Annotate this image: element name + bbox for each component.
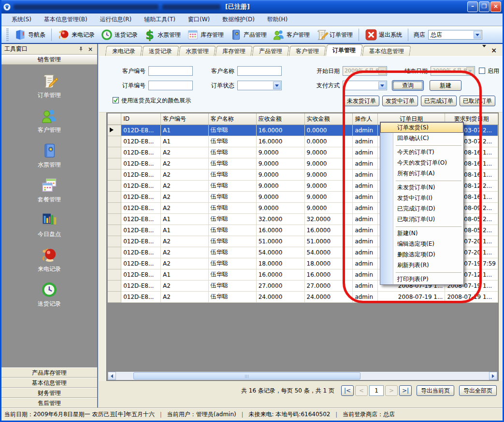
sidebar-section[interactable]: 财务管理 bbox=[1, 388, 97, 398]
sidebar-item[interactable]: 送货记录 bbox=[38, 281, 61, 308]
context-menu-item[interactable]: 未发货订单(N) bbox=[380, 182, 463, 193]
col-received[interactable]: 实收金额 bbox=[304, 113, 353, 125]
menu-item[interactable]: 数据维护(D) bbox=[216, 14, 261, 26]
toolbar-button[interactable] bbox=[51, 28, 52, 41]
context-menu-item[interactable] bbox=[380, 143, 463, 147]
enable-date-checkbox[interactable] bbox=[479, 68, 485, 74]
close-button[interactable]: × bbox=[490, 1, 501, 12]
chevron-down-icon[interactable] bbox=[474, 31, 481, 39]
first-page-button[interactable]: |< bbox=[341, 385, 354, 396]
sidebar-section[interactable]: 售后管理 bbox=[1, 398, 97, 408]
toolbar-button[interactable] bbox=[359, 28, 359, 41]
prev-page-button[interactable]: < bbox=[355, 385, 368, 396]
toolbar-button[interactable]: 退出系统 bbox=[362, 28, 404, 42]
delivery-color-checkbox[interactable] bbox=[113, 97, 119, 103]
export-all-pages-button[interactable]: 导出全部页 bbox=[459, 385, 497, 396]
sidebar-item[interactable]: 今日盘点 bbox=[38, 211, 61, 239]
last-page-button[interactable]: >| bbox=[399, 385, 412, 396]
table-row[interactable]: 012D-E8... A2 伍华聪 24.0000 24.0000 admin … bbox=[108, 291, 498, 302]
context-menu-item[interactable]: 今天的发货订单(O) bbox=[380, 157, 463, 168]
pin-icon[interactable] bbox=[77, 45, 85, 53]
toolbar-button[interactable] bbox=[408, 28, 408, 41]
context-menu-item[interactable]: 已取消订单(U) bbox=[380, 214, 463, 225]
context-menu-item[interactable]: 编辑选定项(E) bbox=[380, 239, 463, 249]
document-tab[interactable]: 水票管理 bbox=[179, 46, 216, 56]
context-menu-item[interactable]: 打印列表(P) bbox=[380, 274, 463, 284]
menu-item[interactable]: 帮助(H) bbox=[261, 14, 294, 26]
export-current-page-button[interactable]: 导出当前页 bbox=[417, 385, 454, 396]
document-tab[interactable]: 客户管理 bbox=[289, 46, 326, 56]
sidebar-section[interactable]: 产品库存管理 bbox=[1, 367, 97, 378]
toolbar-button[interactable]: 导航条 bbox=[12, 28, 48, 42]
chevron-down-icon[interactable] bbox=[378, 67, 386, 75]
context-menu-item[interactable] bbox=[380, 270, 463, 274]
order-status-filter-button[interactable]: 已取消订单 bbox=[460, 96, 495, 106]
order-status-filter-button[interactable]: 发货中订单 bbox=[382, 96, 418, 106]
sidebar-item[interactable]: 水票管理 bbox=[38, 142, 61, 169]
chevron-down-icon[interactable] bbox=[466, 67, 474, 75]
col-operator[interactable]: 操作人 bbox=[353, 113, 378, 125]
tab-list-dropdown-icon[interactable] bbox=[482, 47, 486, 54]
start-date-picker[interactable]: 2009年 6月 8日 bbox=[343, 66, 387, 76]
scroll-left-icon[interactable] bbox=[108, 372, 116, 380]
context-menu-item[interactable]: 已完成订单(D) bbox=[380, 203, 463, 214]
order-no-input[interactable] bbox=[148, 81, 193, 90]
document-tab[interactable]: 产品管理 bbox=[252, 46, 289, 56]
toolbar-button[interactable]: $ 水票管理 bbox=[141, 28, 183, 42]
document-tab[interactable]: 库存管理 bbox=[216, 46, 253, 56]
menu-item[interactable]: 运行信息(R) bbox=[94, 14, 138, 26]
new-button[interactable]: 新建 bbox=[430, 80, 461, 91]
context-menu-item[interactable]: 新建(N) bbox=[380, 228, 463, 239]
context-menu-item[interactable] bbox=[380, 225, 463, 228]
next-page-button[interactable]: > bbox=[385, 385, 398, 396]
pay-method-select[interactable] bbox=[343, 81, 387, 90]
toolbar-button[interactable]: 客户管理 bbox=[270, 28, 312, 42]
col-customer-name[interactable]: 客户名称 bbox=[208, 113, 256, 125]
menu-item[interactable]: 系统(S) bbox=[5, 14, 38, 26]
close-icon[interactable]: × bbox=[86, 45, 94, 53]
toolbar-button[interactable]: 产品管理 bbox=[227, 28, 269, 42]
context-menu-item[interactable]: 刷新列表(R) bbox=[380, 260, 463, 270]
context-menu-item[interactable]: 订单发货(S) bbox=[380, 122, 463, 133]
sidebar-section-sales[interactable]: 销售管理 bbox=[1, 55, 97, 65]
context-menu-item[interactable]: 今天的订单(T) bbox=[380, 147, 463, 157]
sidebar-item[interactable]: 来电记录 bbox=[38, 246, 61, 273]
customer-no-input[interactable] bbox=[148, 66, 193, 76]
sidebar-item[interactable]: 套餐管理 bbox=[38, 177, 61, 204]
toolbar-button[interactable]: 库存管理 bbox=[184, 28, 226, 42]
shop-select[interactable]: 总店 bbox=[428, 30, 482, 40]
maximize-button[interactable]: ❐ bbox=[479, 1, 490, 12]
context-menu-item[interactable]: 所有的订单(A) bbox=[380, 168, 463, 179]
horizontal-scrollbar[interactable] bbox=[108, 372, 497, 380]
toolbar-button[interactable]: 来电记录 bbox=[55, 28, 97, 42]
col-customer-no[interactable]: 客户编号 bbox=[160, 113, 208, 125]
order-status-filter-button[interactable]: 未发货订单 bbox=[344, 96, 379, 106]
toolbar-button[interactable]: 送货记录 bbox=[98, 28, 140, 42]
context-menu-item[interactable] bbox=[380, 179, 463, 182]
end-date-picker[interactable]: 2009年 6月 8日 bbox=[431, 66, 475, 76]
document-tab[interactable]: 订单管理 bbox=[325, 44, 362, 56]
col-marker[interactable] bbox=[108, 113, 121, 125]
context-menu-item[interactable]: 删除选定项(D) bbox=[380, 249, 463, 260]
minimize-button[interactable]: – bbox=[467, 1, 478, 12]
menu-item[interactable]: 窗口(W) bbox=[182, 14, 216, 26]
document-tab[interactable]: 来电记录 bbox=[105, 46, 143, 56]
menu-item[interactable]: 基本信息管理(B) bbox=[38, 14, 94, 26]
context-menu-item[interactable]: 发货中订单(I) bbox=[380, 193, 463, 203]
chevron-down-icon[interactable] bbox=[273, 82, 281, 89]
chevron-down-icon[interactable] bbox=[378, 82, 386, 89]
sidebar-item[interactable]: 客户管理 bbox=[38, 107, 61, 134]
sidebar-item[interactable]: 订单管理 bbox=[38, 72, 61, 99]
tab-close-icon[interactable]: × bbox=[491, 46, 497, 54]
document-tab[interactable]: 送货记录 bbox=[142, 46, 179, 56]
col-id[interactable]: ID bbox=[121, 113, 161, 125]
order-status-filter-button[interactable]: 已完成订单 bbox=[421, 96, 457, 106]
customer-name-input[interactable] bbox=[237, 66, 282, 76]
page-number-input[interactable] bbox=[369, 385, 384, 396]
scroll-right-icon[interactable] bbox=[489, 372, 497, 380]
scrollbar-thumb[interactable] bbox=[133, 372, 360, 380]
context-menu-item[interactable]: 回单确认(C) bbox=[380, 133, 463, 143]
col-receivable[interactable]: 应收金额 bbox=[256, 113, 304, 125]
document-tab[interactable]: 基本信息管理 bbox=[362, 46, 411, 56]
menu-item[interactable]: 辅助工具(T) bbox=[138, 14, 182, 26]
